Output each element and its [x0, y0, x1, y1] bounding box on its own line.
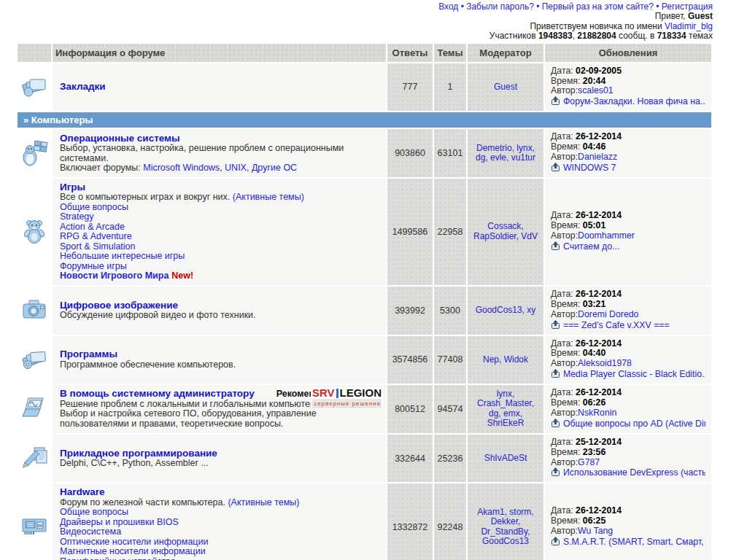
update-author-link[interactable]: NskRonin	[578, 408, 616, 418]
update-author-link[interactable]: Wu Tang	[578, 526, 613, 536]
subforum-line: Action & Arcade	[60, 222, 379, 233]
subforum-link[interactable]: Магнитные носители информации	[60, 546, 206, 556]
author-label: Автор:	[551, 230, 578, 241]
last-topic-link[interactable]: S.M.A.R.T. (SMART, Smart, Смарт, СМ...	[563, 537, 705, 547]
replies-cell: 1332872	[387, 483, 433, 560]
forum-info-cell: HardwareФорум по железной части компьюте…	[53, 483, 386, 560]
sysadmin-icon	[20, 414, 49, 424]
update-date-line: Дата: 26-12-2014	[551, 211, 705, 221]
forum-row: ИгрыВсе о компьютерных играх и вокруг ни…	[18, 179, 711, 285]
subforum-line: Небольшие интересные игры	[60, 252, 379, 262]
moderators-link[interactable]: Akam1, storm, Dekker, Dr_StandBy, GoodCo…	[477, 507, 533, 547]
last-post-icon[interactable]	[551, 320, 560, 332]
newest-member-link[interactable]: Vladimir_blg	[665, 21, 713, 31]
moderators-link[interactable]: Demetrio, lynx, dg, evle, vu1tur	[476, 143, 535, 163]
operating-systems-icon	[20, 159, 49, 169]
replies-count: 332644	[395, 454, 425, 464]
update-time-line: Время: 23:56	[551, 448, 705, 458]
included-forum-link[interactable]: Другие ОС	[252, 163, 297, 173]
subforum-link[interactable]: Драйверы и прошивки BIOS	[60, 517, 179, 527]
header-icon-column	[18, 44, 51, 62]
last-post-icon[interactable]	[551, 467, 560, 479]
last-topic-link[interactable]: Использование DevExpress (часть 4)	[563, 467, 705, 478]
last-post-icon[interactable]	[551, 537, 560, 548]
update-author-line: Автор:Aleksoid1978	[551, 359, 705, 369]
forum-title-link[interactable]: Hardware	[60, 486, 105, 497]
moderators-link[interactable]: GoodCos13, xy	[476, 305, 536, 315]
last-post-icon[interactable]	[551, 96, 560, 108]
active-topics-link[interactable]: (Активные темы)	[233, 192, 304, 202]
forum-title-link[interactable]: Операционные системы	[60, 133, 180, 144]
last-post-icon[interactable]	[551, 163, 560, 174]
update-author-link[interactable]: Doremi Doredo	[578, 309, 638, 319]
last-topic-link[interactable]: Media Player Classic - Black Editio...	[563, 369, 705, 379]
section-row: » Компьютеры	[18, 112, 711, 128]
first-visit-link[interactable]: Первый раз на этом сайте?	[542, 1, 654, 12]
forum-title-link[interactable]: Программы	[60, 349, 117, 359]
update-time: 06:26	[583, 397, 605, 408]
last-topic-line: Форум-Закладки. Новая фича на...	[551, 96, 705, 108]
forum-title-link[interactable]: Цифровое изображение	[60, 300, 178, 311]
subforum-link[interactable]: Strategy	[60, 211, 94, 222]
last-post-icon[interactable]	[551, 419, 560, 430]
welcome-label: Приветствуем новичка по имени	[530, 21, 665, 31]
subforum-link[interactable]: Видеосистема	[60, 526, 121, 537]
update-author-line: Автор:scales01	[551, 86, 705, 96]
active-topics-link[interactable]: (Активные темы)	[228, 497, 299, 508]
topics-count: 92248	[438, 522, 463, 532]
subforum-link[interactable]: Оптические носители информации	[60, 537, 209, 547]
login-link[interactable]: Вход	[438, 1, 458, 12]
last-topic-line: Использование DevExpress (часть 4)	[551, 467, 705, 479]
forum-title-link[interactable]: Игры	[60, 182, 85, 192]
subforum-link[interactable]: Sport & Simulation	[60, 241, 136, 252]
subforum-link[interactable]: Новости Игрового Мира	[60, 271, 169, 281]
last-topic-link[interactable]: === Zed's Cafe v.XXV ===	[563, 320, 670, 330]
time-label: Время:	[551, 76, 583, 86]
last-topic-link[interactable]: Общие вопросы про AD (Active Direct...	[563, 419, 705, 429]
update-author-line: Автор:G787	[551, 458, 705, 468]
update-author-link[interactable]: Aleksoid1978	[578, 358, 632, 368]
forum-title-link[interactable]: Прикладное программирование	[60, 448, 217, 459]
moderators-link[interactable]: lynx, Crash_Master, dg, emx, ShriEkeR	[477, 389, 534, 429]
subforum-link[interactable]: Общие вопросы	[60, 202, 128, 212]
last-topic-link[interactable]: Считаем до...	[563, 241, 619, 252]
moderators-link[interactable]: Cossack, RapSoldier, VdV	[473, 221, 538, 241]
section-label: » Компьютеры	[23, 114, 93, 125]
subforum-link[interactable]: Общие вопросы	[60, 507, 128, 517]
date-label: Дата:	[551, 387, 576, 397]
included-forum-link[interactable]: UNIX	[225, 163, 247, 173]
last-post-icon[interactable]	[551, 241, 560, 253]
subforum-link[interactable]: Форумные игры	[60, 261, 127, 271]
update-author-link[interactable]: Doomhammer	[578, 230, 635, 241]
subforum-line: Sport & Simulation	[60, 242, 379, 252]
topics-count: 25236	[438, 454, 463, 464]
updates-cell: Дата: 26-12-2014Время: 03:21Автор:Doremi…	[545, 287, 711, 335]
subforum-link[interactable]: Небольшие интересные игры	[60, 251, 185, 261]
date-label: Дата:	[551, 437, 576, 447]
newest-member-row: Приветствуем новичка по имени Vladimir_b…	[16, 22, 713, 31]
replies-cell: 903860	[387, 129, 433, 177]
subforum-link[interactable]: Action & Arcade	[60, 222, 125, 232]
last-post-icon[interactable]	[551, 369, 560, 381]
moderators-link[interactable]: Nep, Widok	[483, 354, 528, 365]
update-time: 20:44	[583, 76, 605, 86]
last-topic-link[interactable]: Форум-Закладки. Новая фича на...	[563, 96, 705, 106]
update-author-link[interactable]: Danielazz	[578, 152, 617, 162]
moderators-link[interactable]: ShIvADeSt	[484, 453, 527, 463]
moderators-link[interactable]: Guest	[494, 82, 517, 92]
included-forum-link[interactable]: Microsoft Windows	[143, 163, 220, 173]
forum-title-link[interactable]: В помощь системному администратору	[60, 388, 255, 399]
update-author-link[interactable]: G787	[578, 457, 600, 467]
forum-title-link[interactable]: Закладки	[60, 81, 106, 92]
forgot-password-link[interactable]: Забыли пароль?	[466, 1, 534, 12]
update-date-line: Дата: 26-12-2014	[551, 339, 705, 349]
subforum-link[interactable]: Периферийные устройства	[60, 556, 176, 560]
update-author-link[interactable]: scales01	[578, 85, 614, 96]
register-link[interactable]: Регистрация	[662, 1, 713, 12]
forum-row: Закладки7771GuestДата: 02-09-2005Время: …	[18, 63, 711, 112]
last-topic-link[interactable]: WINDOWS 7	[563, 163, 616, 173]
update-time: 04:40	[583, 348, 605, 358]
forum-icon-cell	[18, 287, 51, 335]
subforum-link[interactable]: RPG & Adventure	[60, 231, 132, 241]
update-date: 25-12-2014	[576, 437, 622, 447]
